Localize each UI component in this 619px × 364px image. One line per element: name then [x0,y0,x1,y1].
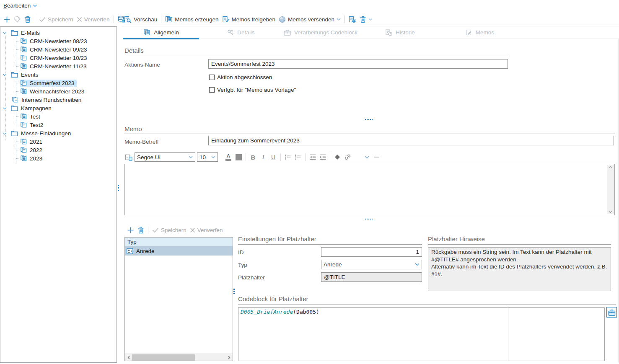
tree-item-crm-newsletter-08-23[interactable]: CRM-Newsletter 08/23 [0,37,117,45]
memo-icon [21,122,27,128]
tree-item-crm-newsletter-11-23[interactable]: CRM-Newsletter 11/23 [0,62,117,70]
section-splitter-grip[interactable] [365,219,373,219]
tree-item-crm-newsletter-09-23[interactable]: CRM-Newsletter 09/23 [0,45,117,54]
checkbox-box[interactable] [209,75,215,80]
font-size-select[interactable]: 10 [197,152,218,162]
hint-line-2: Alternativ kann im Text die ID des Platz… [431,263,608,278]
numbered-list-button[interactable] [294,153,302,161]
tag-button[interactable] [12,15,23,23]
delete-button[interactable] [23,15,33,24]
toolbar-separator [221,153,221,161]
toolbar-separator [280,153,281,161]
create-memos-button[interactable]: Memos erzeugen [163,15,220,23]
send-memos-button[interactable]: Memos versenden [277,15,342,23]
chevron-down-icon[interactable] [3,73,9,76]
tab-verarbeitungs-codeblock[interactable]: Verarbeitungs Codeblock [281,26,360,39]
tree-item-test[interactable]: Test [0,112,117,121]
outdent-button[interactable] [308,153,317,161]
placeholder-table: Typ Anrede [124,237,233,361]
memo-body-editor[interactable] [124,164,615,215]
delete-memos-button[interactable] [358,15,374,24]
tree-item-crm-newsletter-10-23[interactable]: CRM-Newsletter 10/23 [0,54,117,62]
save-button[interactable]: Speichern [37,15,75,23]
collapse-toolbar-button[interactable] [373,153,381,161]
discard-placeholder-button[interactable]: Verwerfen [188,226,225,234]
checkbox-box[interactable] [209,87,215,93]
platzhalter-input[interactable] [321,272,422,282]
hyperlink-button[interactable] [343,153,352,161]
tab-details[interactable]: Details [201,26,281,39]
checkbox-memo-aus-vorlage[interactable]: Verfgb. für "Memo aus Vorlage" [209,87,296,93]
tree-item-test2[interactable]: Test2 [0,121,117,129]
create-memos-label: Memos erzeugen [175,16,218,23]
scroll-down-icon [609,211,612,213]
scroll-left-icon[interactable] [125,356,132,359]
memo-icon [21,114,27,119]
chevron-down-icon[interactable] [3,132,9,135]
checkbox-label: Aktion abgeschlossen [217,74,272,80]
tree-item-kampagnen[interactable]: Kampagnen [0,104,117,112]
tree-item-weihnachtsfeier-2023[interactable]: Weihnachtsfeier 2023 [0,87,117,96]
underline-button[interactable]: U [269,153,277,161]
indent-button[interactable] [319,153,327,161]
font-name-select[interactable]: Segoe UI [135,152,195,162]
horizontal-scrollbar[interactable] [125,354,233,361]
memo-settings-button[interactable] [347,15,358,24]
delete-placeholder-button[interactable] [136,226,146,235]
tab-label: Historie [396,29,415,36]
scrollbar-thumb[interactable] [132,354,195,361]
codeblock-tools-button[interactable] [606,307,617,318]
tab-allgemein[interactable]: Allgemein [122,26,201,39]
discard-button[interactable]: Verwerfen [75,15,111,23]
scroll-right-icon[interactable] [225,356,233,359]
chevron-down-icon [337,18,341,21]
sidebar-splitter-handle[interactable] [118,185,119,191]
tree-item-2022[interactable]: 2022 [0,146,117,154]
codeblock-splitter-handle[interactable] [233,289,235,294]
table-column-header[interactable]: Typ [125,238,233,246]
highlight-color-button[interactable] [234,153,243,161]
font-color-button[interactable]: A [224,153,233,161]
insert-field-icon[interactable] [124,153,133,161]
tree-item-messe-einladungen[interactable]: Messe-Einladungen [0,129,117,137]
memo-icon [21,155,27,161]
italic-button[interactable]: I [259,153,267,161]
bullet-list-button[interactable] [284,153,292,161]
codeblock-editor[interactable]: D005_BriefAnrede(Dab005) [238,307,605,361]
tree-item-events[interactable]: Events [0,70,117,79]
table-row-anrede[interactable]: Anrede [125,246,233,256]
section-splitter-grip[interactable] [365,119,373,120]
vertical-scrollbar[interactable] [607,165,614,214]
chevron-down-icon[interactable] [3,31,9,34]
menu-bearbeiten[interactable]: Bearbeiten [3,3,37,9]
tree-item-label: Sommerfest 2023 [30,80,75,86]
save-placeholder-button[interactable]: Speichern [150,226,188,234]
tree-item-e-mails[interactable]: E-Mails [0,28,117,37]
bold-button[interactable]: B [249,153,257,161]
table-empty-area [125,256,233,354]
release-memos-button[interactable]: Memos freigeben [220,15,277,23]
more-options-button[interactable] [363,153,371,161]
application-window: Bearbeiten Speichern Verwerfen Vorschau … [0,0,619,364]
memo-stack-icon [165,16,173,23]
add-button[interactable] [2,15,12,24]
checkbox-aktion-abgeschlossen[interactable]: Aktion abgeschlossen [209,74,272,80]
symbol-button[interactable] [333,153,342,161]
typ-dropdown-value: Anrede [324,261,342,268]
toolbar-separator [35,15,35,23]
preview-button[interactable]: Vorschau [122,15,159,24]
tree-item-sommerfest-2023[interactable]: Sommerfest 2023 [0,79,117,87]
tab-historie[interactable]: Historie [360,26,440,39]
tree-item-2023[interactable]: 2023 [0,154,117,163]
typ-dropdown[interactable]: Anrede [321,260,422,269]
tab-memos[interactable]: Memos [440,26,520,39]
id-input[interactable] [321,247,422,257]
memo-betreff-input[interactable] [208,136,614,145]
tree-item-internes-rundschreiben[interactable]: Internes Rundschreiben [0,96,117,104]
chevron-down-icon[interactable] [3,107,9,110]
add-placeholder-button[interactable] [125,226,136,235]
tree-item-2021[interactable]: 2021 [0,137,117,146]
aktions-name-input[interactable] [208,59,508,69]
hint-line-1: Rückgabe muss ein String sein. Im Text k… [431,248,608,263]
menu-bearbeiten-label: Bearbeiten [3,3,31,9]
